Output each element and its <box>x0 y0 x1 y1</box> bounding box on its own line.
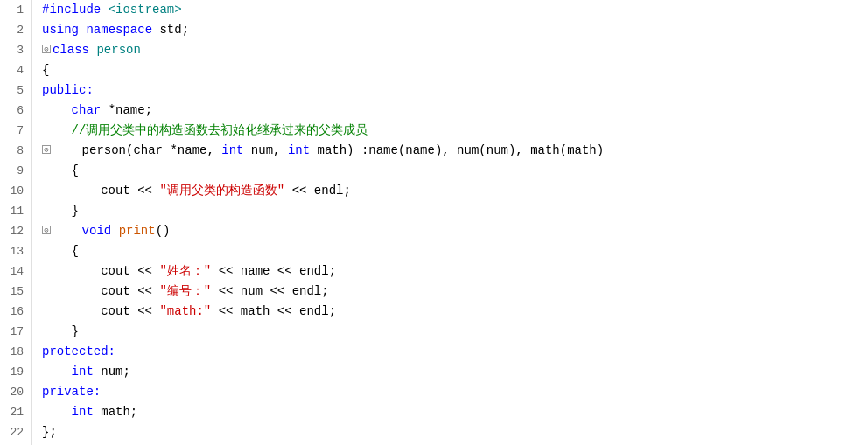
fold-icon-3[interactable]: ⊝ <box>42 45 51 53</box>
line-num-15: 15 <box>7 282 24 302</box>
code-line-19: int num; <box>42 362 868 382</box>
code-line-21: int math; <box>42 402 868 422</box>
line-num-2: 2 <box>7 20 24 40</box>
fold-icon-12[interactable]: ⊝ <box>42 226 51 234</box>
code-line-7: //调用父类中的构造函数去初始化继承过来的父类成员 <box>42 121 868 141</box>
code-editor: 1 2 3 4 5 6 7 8 9 10 11 12 13 14 15 16 1… <box>0 0 868 445</box>
code-line-18: protected: <box>42 342 868 362</box>
line-num-1: 1 <box>7 0 24 20</box>
code-line-9: { <box>42 161 868 181</box>
code-line-4: { <box>42 60 868 80</box>
line-num-6: 6 <box>7 101 24 121</box>
code-line-1: #include <iostream> <box>42 0 868 20</box>
line-num-7: 7 <box>7 121 24 141</box>
code-line-5: public: <box>42 80 868 101</box>
code-line-3: ⊝class person <box>42 40 868 60</box>
line-num-10: 10 <box>7 181 24 201</box>
line-num-3: 3 <box>7 40 24 60</box>
fold-icon-8[interactable]: ⊝ <box>42 145 51 154</box>
code-line-15: cout << "编号：" << num << endl; <box>42 282 868 302</box>
line-num-5: 5 <box>7 80 24 101</box>
code-line-6: char *name; <box>42 101 868 121</box>
line-num-22: 22 <box>7 422 24 442</box>
line-num-12: 12 <box>7 221 24 241</box>
code-line-8: ⊝ person(char *name, int num, int math) … <box>42 141 868 161</box>
line-num-19: 19 <box>7 362 24 382</box>
line-num-16: 16 <box>7 302 24 322</box>
line-num-14: 14 <box>7 261 24 282</box>
line-num-8: 8 <box>7 141 24 161</box>
code-line-22: }; <box>42 422 868 442</box>
code-line-2: using namespace std; <box>42 20 868 40</box>
line-number-gutter: 1 2 3 4 5 6 7 8 9 10 11 12 13 14 15 16 1… <box>0 0 32 445</box>
line-num-21: 21 <box>7 402 24 422</box>
line-num-9: 9 <box>7 161 24 181</box>
code-line-14: cout << "姓名：" << name << endl; <box>42 261 868 282</box>
code-line-20: private: <box>42 382 868 402</box>
code-line-16: cout << "math:" << math << endl; <box>42 302 868 322</box>
code-text-area[interactable]: #include <iostream> using namespace std;… <box>32 0 868 445</box>
line-num-13: 13 <box>7 241 24 261</box>
code-line-13: { <box>42 241 868 261</box>
code-line-12: ⊝ void print() <box>42 221 868 241</box>
code-line-10: cout << "调用父类的构造函数" << endl; <box>42 181 868 201</box>
line-num-4: 4 <box>7 60 24 80</box>
line-num-11: 11 <box>7 201 24 221</box>
line-num-20: 20 <box>7 382 24 402</box>
code-line-11: } <box>42 201 868 221</box>
line-num-17: 17 <box>7 322 24 342</box>
code-line-17: } <box>42 322 868 342</box>
line-num-18: 18 <box>7 342 24 362</box>
